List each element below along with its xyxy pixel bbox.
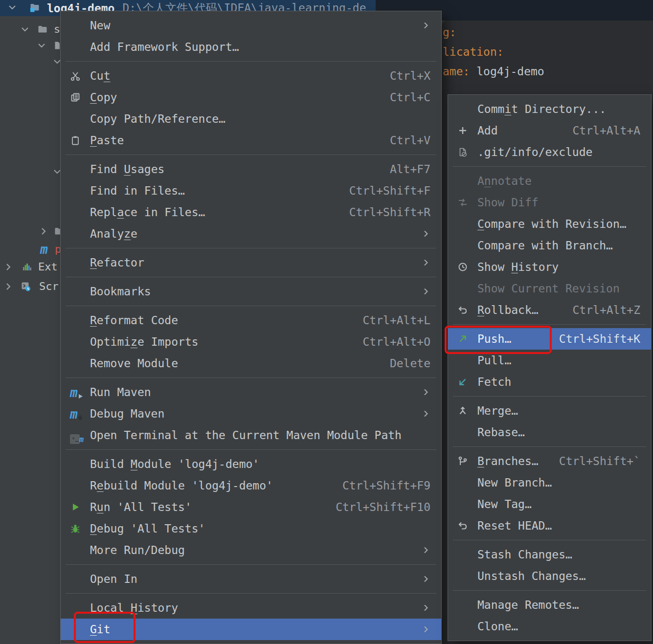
chevron-right-icon[interactable] [3, 281, 14, 294]
submenu-arrow-icon [422, 602, 430, 613]
menu-item-debug-maven[interactable]: mDebug Maven [61, 403, 441, 424]
menu-separator [66, 277, 436, 277]
menu-item-label: New [90, 19, 415, 32]
menu-item-label: Remove Module [90, 357, 372, 370]
folder-icon [54, 226, 60, 239]
submenu-arrow-icon [422, 257, 430, 268]
empty-icon [68, 624, 82, 635]
menu-item-refactor[interactable]: Refactor [61, 252, 441, 273]
menu-item-compare-with-branch[interactable]: Compare with Branch… [448, 235, 651, 256]
menu-item-open-terminal-at-the-current-maven-module-path[interactable]: ›_mOpen Terminal at the Current Maven Mo… [61, 424, 441, 446]
clock-icon [456, 262, 470, 272]
menu-item-clone[interactable]: Clone… [448, 616, 651, 637]
chevron-down-icon[interactable] [36, 40, 47, 53]
chevron-down-icon[interactable] [20, 24, 30, 37]
menu-item-add[interactable]: AddCtrl+Alt+A [448, 120, 651, 141]
yaml-code: g:lication:ame: log4j-demo [443, 22, 544, 81]
submenu-arrow-icon [422, 545, 430, 555]
menu-item-git[interactable]: Git [61, 619, 441, 640]
menu-item-shortcut: Ctrl+Alt+O [363, 335, 430, 348]
menu-item-more-run-debug[interactable]: More Run/Debug [61, 539, 441, 561]
menu-item-shortcut: Ctrl+Shift+R [349, 206, 430, 219]
paste-icon [68, 135, 82, 146]
menu-item-open-in[interactable]: Open In [61, 568, 441, 590]
menu-item-add-framework-support[interactable]: Add Framework Support… [61, 36, 441, 58]
menu-item-rebuild-module-log4j-demo[interactable]: Rebuild Module 'log4j-demo'Ctrl+Shift+F9 [61, 475, 441, 496]
menu-item-find-in-files[interactable]: Find in Files…Ctrl+Shift+F [61, 180, 441, 201]
menu-item-local-history[interactable]: Local History [61, 597, 441, 619]
menu-item-label: Paste [90, 134, 372, 147]
debug-icon [68, 523, 82, 534]
menu-item-fetch[interactable]: Fetch [448, 371, 651, 393]
menu-item-unstash-changes[interactable]: Unstash Changes… [448, 565, 651, 587]
tree-item-scratches[interactable]: Scr [0, 279, 60, 294]
context-menu: NewAdd Framework Support…CutCtrl+XCopyCt… [60, 11, 442, 644]
menu-item-merge[interactable]: Merge… [448, 400, 651, 422]
menu-item-manage-remotes[interactable]: Manage Remotes… [448, 594, 651, 616]
chevron-down-icon[interactable] [52, 166, 60, 179]
menu-separator [453, 166, 646, 167]
chevron-down-icon[interactable] [7, 2, 18, 15]
empty-icon [456, 549, 470, 560]
menu-item-rebase[interactable]: Rebase… [448, 422, 651, 443]
menu-item-label: Bookmarks [90, 285, 415, 298]
chevron-down-icon[interactable] [52, 56, 60, 69]
branch-icon [456, 456, 470, 466]
menu-item-pull[interactable]: Pull… [448, 350, 651, 371]
menu-item-replace-in-files[interactable]: Replace in Files…Ctrl+Shift+R [61, 201, 441, 223]
menu-item-label: Pull… [477, 354, 640, 367]
fetch-icon [456, 377, 470, 387]
menu-item-optimize-imports[interactable]: Optimize ImportsCtrl+Alt+O [61, 331, 441, 353]
chevron-right-icon[interactable] [38, 226, 49, 239]
empty-icon [456, 104, 470, 114]
menu-item-bookmarks[interactable]: Bookmarks [61, 281, 441, 302]
menu-item-branches[interactable]: Branches…Ctrl+Shift+` [448, 450, 651, 472]
menu-item-git-info-exclude[interactable]: .git/info/exclude [448, 141, 651, 163]
tree-item[interactable] [0, 224, 60, 239]
menu-item-commit-directory[interactable]: Commit Directory... [448, 98, 651, 120]
menu-item-label: Compare with Branch… [477, 239, 640, 252]
menu-item-shortcut: Ctrl+Shift+F9 [342, 479, 430, 492]
menu-item-label: Reformat Code [90, 314, 345, 327]
tree-item[interactable] [0, 164, 60, 179]
menu-item-reset-head[interactable]: Reset HEAD… [448, 515, 651, 536]
menu-item-copy[interactable]: CopyCtrl+C [61, 87, 441, 108]
project-tree-panel: s m p Ext Scr [0, 16, 60, 644]
diff-icon [456, 197, 470, 208]
menu-item-shortcut: Ctrl+Alt+Z [573, 304, 640, 316]
menu-item-find-usages[interactable]: Find UsagesAlt+F7 [61, 158, 441, 180]
chevron-right-icon[interactable] [3, 262, 14, 274]
tree-item-src[interactable]: s [0, 22, 60, 37]
menu-item-cut[interactable]: CutCtrl+X [61, 65, 441, 87]
empty-icon [68, 164, 82, 175]
empty-icon [68, 574, 82, 584]
menu-item-shortcut: Ctrl+Alt+A [573, 124, 640, 137]
menu-item-new[interactable]: New [61, 15, 441, 36]
menu-item-analyze[interactable]: Analyze [61, 223, 441, 244]
menu-item-build-module-log4j-demo[interactable]: Build Module 'log4j-demo' [61, 453, 441, 475]
menu-item-new-branch[interactable]: New Branch… [448, 472, 651, 493]
menu-item-rollback[interactable]: Rollback…Ctrl+Alt+Z [448, 299, 651, 321]
menu-item-run-all-tests[interactable]: Run 'All Tests'Ctrl+Shift+F10 [61, 496, 441, 518]
undo-icon [456, 520, 470, 531]
menu-item-label: Analyze [90, 227, 415, 240]
tree-item[interactable] [0, 54, 60, 69]
menu-item-show-history[interactable]: Show History [448, 256, 651, 278]
menu-item-annotate: Annotate [448, 170, 651, 192]
tree-item[interactable] [0, 38, 60, 53]
menu-item-stash-changes[interactable]: Stash Changes… [448, 544, 651, 565]
menu-item-copy-path-reference[interactable]: Copy Path/Reference… [61, 108, 441, 130]
tree-item-label: s [54, 22, 60, 37]
menu-item-paste[interactable]: PasteCtrl+V [61, 130, 441, 151]
menu-item-reformat-code[interactable]: Reformat CodeCtrl+Alt+L [61, 310, 441, 331]
menu-item-new-tag[interactable]: New Tag… [448, 493, 651, 515]
tree-item-external-libraries[interactable]: Ext [0, 260, 60, 274]
menu-item-run-maven[interactable]: mRun Maven [61, 381, 441, 403]
menu-item-debug-all-tests[interactable]: Debug 'All Tests' [61, 518, 441, 539]
tree-item-pom[interactable]: m p [0, 242, 60, 257]
ignore-file-icon [456, 147, 470, 157]
menu-item-remove-module[interactable]: Remove ModuleDelete [61, 353, 441, 374]
menu-item-push[interactable]: Push…Ctrl+Shift+K [448, 328, 651, 350]
menu-item-compare-with-revision[interactable]: Compare with Revision… [448, 213, 651, 235]
submenu-arrow-icon [422, 387, 430, 398]
